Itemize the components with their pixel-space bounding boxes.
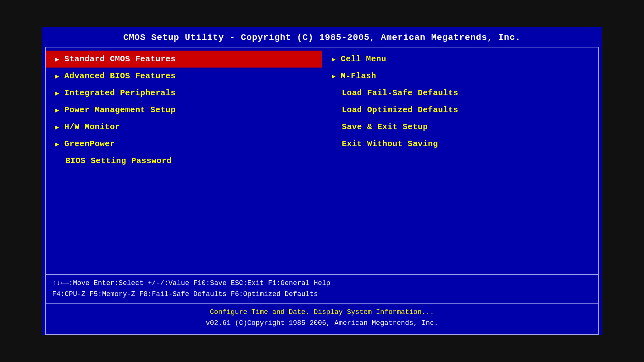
arrow-icon: ▶ (332, 55, 336, 63)
right-menu-item-load-optimized[interactable]: Load Optimized Defaults (322, 101, 598, 118)
bottom-area: ↑↓←→:Move Enter:Select +/-/:Value F10:Sa… (45, 275, 599, 335)
right-menu-item-cell-menu[interactable]: ▶Cell Menu (322, 51, 598, 68)
left-menu-item-greenpower[interactable]: ▶GreenPower (46, 135, 322, 152)
arrow-icon: ▶ (55, 106, 59, 114)
menu-item-label: H/W Monitor (64, 122, 120, 132)
left-menu-item-standard-cmos[interactable]: ▶Standard CMOS Features (46, 51, 322, 68)
menu-item-label: Integrated Peripherals (64, 88, 176, 98)
main-area: ▶Standard CMOS Features▶Advanced BIOS Fe… (45, 47, 599, 275)
menu-item-label: Advanced BIOS Features (64, 71, 176, 81)
help-text-area: Configure Time and Date. Display System … (46, 304, 598, 334)
version-text: v02.61 (C)Copyright 1985-2006, American … (52, 318, 592, 331)
arrow-icon: ▶ (55, 140, 59, 148)
left-menu-item-integrated-peripherals[interactable]: ▶Integrated Peripherals (46, 85, 322, 101)
right-panel: ▶Cell Menu▶M-FlashLoad Fail-Safe Default… (322, 47, 598, 274)
menu-item-label: Load Optimized Defaults (342, 105, 458, 115)
arrow-icon: ▶ (55, 123, 59, 131)
title-text: CMOS Setup Utility - Copyright (C) 1985-… (123, 33, 521, 42)
menu-item-label: Exit Without Saving (342, 139, 438, 149)
title-bar: CMOS Setup Utility - Copyright (C) 1985-… (42, 27, 602, 47)
menu-item-label: Cell Menu (341, 54, 386, 64)
keybinding-line2: F4:CPU-Z F5:Memory-Z F8:Fail-Safe Defaul… (52, 289, 592, 300)
bios-screen: CMOS Setup Utility - Copyright (C) 1985-… (42, 27, 602, 335)
left-menu-item-power-management[interactable]: ▶Power Management Setup (46, 101, 322, 118)
right-menu-item-exit-nosave[interactable]: Exit Without Saving (322, 135, 598, 152)
menu-item-label: M-Flash (341, 71, 376, 81)
menu-item-label: Load Fail-Safe Defaults (342, 88, 458, 98)
arrow-icon: ▶ (55, 72, 59, 80)
right-menu-item-load-failsafe[interactable]: Load Fail-Safe Defaults (322, 85, 598, 101)
keybindings: ↑↓←→:Move Enter:Select +/-/:Value F10:Sa… (46, 275, 598, 303)
menu-item-label: Power Management Setup (64, 105, 176, 115)
menu-item-label: GreenPower (64, 139, 115, 149)
right-menu-item-m-flash[interactable]: ▶M-Flash (322, 68, 598, 85)
menu-item-label: BIOS Setting Password (65, 156, 172, 166)
right-menu-item-save-exit[interactable]: Save & Exit Setup (322, 118, 598, 135)
help-text: Configure Time and Date. Display System … (52, 307, 592, 318)
left-panel: ▶Standard CMOS Features▶Advanced BIOS Fe… (46, 47, 322, 274)
menu-item-label: Standard CMOS Features (64, 54, 176, 64)
left-menu-item-advanced-bios[interactable]: ▶Advanced BIOS Features (46, 68, 322, 85)
left-menu-item-hw-monitor[interactable]: ▶H/W Monitor (46, 118, 322, 135)
menu-item-label: Save & Exit Setup (342, 122, 428, 132)
arrow-icon: ▶ (55, 89, 59, 97)
left-menu-item-bios-password[interactable]: BIOS Setting Password (46, 152, 322, 169)
arrow-icon: ▶ (332, 72, 336, 80)
keybinding-line1: ↑↓←→:Move Enter:Select +/-/:Value F10:Sa… (52, 278, 592, 289)
arrow-icon: ▶ (55, 55, 59, 63)
